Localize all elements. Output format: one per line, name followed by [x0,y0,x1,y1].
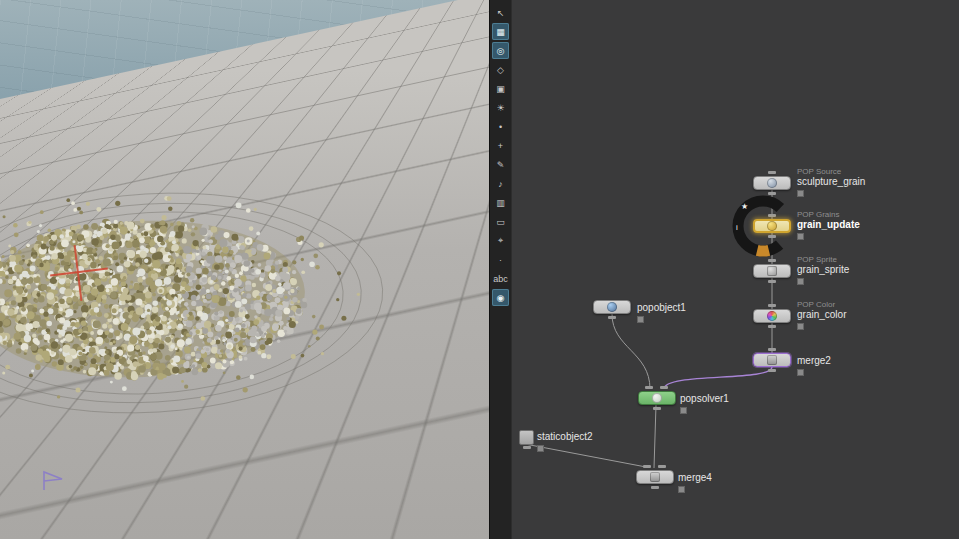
node-merge4[interactable] [636,470,674,484]
node-name[interactable]: grain_color [797,309,846,320]
input-connector[interactable] [768,259,776,262]
pop-source-icon [767,178,777,188]
brush-select-icon[interactable]: ◇ [492,61,509,78]
camera-view-icon[interactable]: ▣ [492,80,509,97]
node-badge [797,190,804,197]
wire-popobject1-to-popsolver1[interactable] [612,314,650,389]
grain-pile [0,0,489,539]
handle-icon[interactable]: + [492,137,509,154]
output-connector[interactable] [608,316,616,319]
light-icon[interactable]: ☀ [492,99,509,116]
3d-viewport[interactable] [0,0,489,539]
pop-grains-icon [767,221,777,231]
info-flag-icon[interactable]: i [736,223,738,232]
node-badge [797,369,804,376]
viewport-toolbar: ↖▦◎◇▣☀•+✎♪▥▭⌖·abc◉ [489,0,512,539]
output-connector[interactable] [768,325,776,328]
divider-dot-icon[interactable]: · [492,251,509,268]
node-merge2[interactable] [753,353,791,367]
node-type-label: POP Color [797,300,846,309]
star-flag-icon[interactable]: ★ [741,202,748,211]
node-type-label: POP Grains [797,210,860,219]
network-editor[interactable]: ★ i POP Source sculpture_grain POP Grain… [513,0,959,539]
node-name[interactable]: popobject1 [637,302,686,313]
node-popobject1[interactable] [593,300,631,314]
node-badge [678,486,685,493]
pop-solver-icon [652,393,662,403]
node-name[interactable]: merge4 [678,472,712,483]
note-icon[interactable]: ♪ [492,175,509,192]
merge-icon [650,472,660,482]
input-connector[interactable] [658,465,666,468]
node-label: merge2 [797,355,831,376]
application-window: ↖▦◎◇▣☀•+✎♪▥▭⌖·abc◉ ★ i POP Source [0,0,959,539]
node-badge [797,323,804,330]
box-select-icon[interactable]: ▦ [492,23,509,40]
node-sculpture-grain[interactable] [753,176,791,190]
output-connector[interactable] [768,280,776,283]
pop-sprite-icon [767,266,777,276]
mirror-icon[interactable]: ▥ [492,194,509,211]
node-badge [537,445,544,452]
node-label: POP Color grain_color [797,300,846,330]
input-connector[interactable] [643,465,651,468]
node-label: popobject1 [637,302,686,323]
select-pointer-icon[interactable]: ↖ [492,4,509,21]
node-badge [797,233,804,240]
merge-icon [767,355,777,365]
output-connector[interactable] [768,235,776,238]
output-connector[interactable] [768,192,776,195]
node-grain-update[interactable] [753,219,791,233]
output-connector[interactable] [651,486,659,489]
node-badge [637,316,644,323]
node-label: staticobject2 [537,431,593,452]
node-grain-sprite[interactable] [753,264,791,278]
snap-target-icon[interactable]: ⌖ [492,232,509,249]
ruler-icon[interactable]: ▭ [492,213,509,230]
text-display-icon[interactable]: abc [492,270,509,287]
input-connector[interactable] [768,304,776,307]
node-name[interactable]: sculpture_grain [797,176,865,187]
node-name[interactable]: popsolver1 [680,393,729,404]
wire-merge2-to-popsolver1[interactable] [664,367,772,389]
lasso-select-icon[interactable]: ◎ [492,42,509,59]
output-connector[interactable] [523,446,531,449]
node-badge [680,407,687,414]
visibility-icon[interactable]: ◉ [492,289,509,306]
input-connector[interactable] [768,171,776,174]
node-label: POP Grains grain_update [797,210,860,240]
dot-separator-icon[interactable]: • [492,118,509,135]
node-name[interactable]: staticobject2 [537,431,593,442]
input-connector[interactable] [768,348,776,351]
node-type-label: POP Sprite [797,255,849,264]
pen-icon[interactable]: ✎ [492,156,509,173]
node-label: merge4 [678,472,712,493]
pop-color-icon [767,311,777,321]
pop-object-icon [607,302,617,312]
wire-popsolver1-to-merge4[interactable] [654,405,656,468]
output-connector[interactable] [653,407,661,410]
input-connector[interactable] [660,386,668,389]
node-type-label: POP Source [797,167,865,176]
input-connector[interactable] [645,386,653,389]
input-connector[interactable] [768,214,776,217]
node-label: popsolver1 [680,393,729,414]
node-name[interactable]: merge2 [797,355,831,366]
node-label: POP Sprite grain_sprite [797,255,849,285]
node-label: POP Source sculpture_grain [797,167,865,197]
node-staticobject2[interactable] [519,430,534,445]
node-name[interactable]: grain_update [797,219,860,230]
node-name[interactable]: grain_sprite [797,264,849,275]
node-badge [797,278,804,285]
output-connector[interactable] [768,369,776,372]
viewport-gizmo-icon [40,466,74,494]
node-grain-color[interactable] [753,309,791,323]
node-popsolver1[interactable] [638,391,676,405]
